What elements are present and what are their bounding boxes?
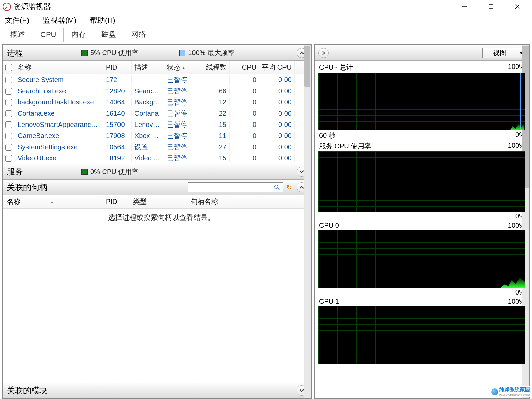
col-status[interactable]: 状态▴ [164, 61, 196, 74]
col-threads[interactable]: 线程数 [196, 61, 230, 74]
cell-name: Secure System [15, 76, 103, 84]
cell-avgcpu: 0.00 [259, 110, 295, 117]
row-checkbox[interactable] [5, 110, 12, 117]
chart-bottom-left: 60 秒 [319, 131, 335, 140]
right-pane-nav-button[interactable] [318, 48, 329, 58]
left-pane: 进程 5% CPU 使用率 100% 最大频率 名称 PID 描述 状态▴ 线程… [2, 44, 312, 399]
sort-asc-icon: ▴ [183, 65, 185, 70]
table-row[interactable]: SystemSettings.exe10564设置已暂停2700.00 [3, 141, 311, 153]
watermark-brand: 纯净系统家园 [499, 386, 530, 393]
cell-desc: Lenovo... [132, 121, 164, 129]
watermark-logo-icon [491, 388, 498, 395]
hcol-type[interactable]: 类型 [130, 197, 188, 206]
cell-pid: 10564 [103, 143, 132, 151]
cell-cpu: 0 [230, 98, 259, 106]
cell-threads: 66 [196, 87, 230, 95]
cell-name: GameBar.exe [15, 132, 103, 140]
chart-title: CPU 1 [319, 298, 339, 305]
watermark-url: www.yidaimei.com [499, 393, 530, 397]
refresh-icon[interactable]: ↻ [285, 184, 293, 191]
cell-cpu: 0 [230, 87, 259, 95]
charts-area: CPU - 总计100%60 秒0%服务 CPU 使用率100%0%CPU 01… [315, 61, 529, 366]
tab-disk[interactable]: 磁盘 [94, 27, 124, 42]
chart-title: CPU - 总计 [319, 63, 353, 72]
row-checkbox[interactable] [5, 99, 12, 106]
row-checkbox[interactable] [5, 133, 12, 139]
cell-name: SystemSettings.exe [15, 143, 103, 151]
services-title: 服务 [7, 166, 78, 177]
table-row[interactable]: Cortana.exe16140Cortana已暂停2200.00 [3, 108, 311, 119]
cell-avgcpu: 0.00 [259, 121, 295, 129]
handles-title: 关联的句柄 [7, 182, 48, 193]
cell-name: SearchHost.exe [15, 87, 103, 95]
cell-pid: 17908 [103, 132, 132, 140]
cell-desc: Cortana [132, 110, 164, 117]
left-scrollbar[interactable] [304, 45, 311, 398]
titlebar: 资源监视器 [0, 0, 532, 14]
tab-network[interactable]: 网络 [124, 27, 153, 42]
processes-cpu-usage: 5% CPU 使用率 [90, 48, 139, 57]
col-name[interactable]: 名称 [15, 61, 103, 74]
hcol-hname[interactable]: 句柄名称 [188, 197, 311, 206]
modules-title: 关联的模块 [7, 385, 78, 396]
col-pid[interactable]: PID [103, 61, 132, 74]
handles-search-input[interactable] [188, 182, 283, 192]
cpu-usage-swatch-icon [81, 50, 88, 56]
table-row[interactable]: Secure System172已暂停-00.00 [3, 74, 311, 86]
processes-header[interactable]: 进程 5% CPU 使用率 100% 最大频率 [3, 45, 311, 61]
select-all-checkbox[interactable] [5, 64, 12, 71]
table-row[interactable]: SearchHost.exe12820Search...已暂停6600.00 [3, 86, 311, 97]
col-desc[interactable]: 描述 [132, 61, 164, 74]
cell-status: 已暂停 [164, 120, 196, 129]
menu-help[interactable]: 帮助(H) [88, 14, 117, 27]
menu-file[interactable]: 文件(F) [3, 14, 31, 27]
cell-cpu: 0 [230, 132, 259, 140]
cell-pid: 15700 [103, 121, 132, 129]
svg-point-4 [275, 185, 278, 188]
services-header[interactable]: 服务 0% CPU 使用率 [3, 164, 311, 179]
minimize-button[interactable] [451, 0, 478, 14]
cell-threads: 15 [196, 121, 230, 129]
row-checkbox[interactable] [5, 144, 12, 151]
row-checkbox[interactable] [5, 121, 12, 128]
svg-line-5 [278, 188, 279, 190]
cell-status: 已暂停 [164, 154, 196, 163]
services-cpu-usage: 0% CPU 使用率 [90, 167, 139, 176]
hcol-pid[interactable]: PID [103, 198, 130, 206]
row-checkbox[interactable] [5, 155, 12, 162]
view-dropdown[interactable]: 视图 ▾ [482, 48, 526, 58]
tab-memory[interactable]: 内存 [64, 27, 94, 42]
handles-body: 选择进程或搜索句柄以查看结果。 [3, 209, 311, 383]
handles-header[interactable]: 关联的句柄 ↻ [3, 179, 311, 195]
row-checkbox[interactable] [5, 88, 12, 95]
row-checkbox[interactable] [5, 77, 12, 83]
cell-pid: 12820 [103, 87, 132, 95]
sort-asc-icon: ▴ [51, 200, 53, 204]
cell-pid: 172 [103, 76, 132, 84]
processes-title: 进程 [7, 48, 78, 58]
cell-avgcpu: 0.00 [259, 98, 295, 106]
table-row[interactable]: backgroundTaskHost.exe14064Backgr...已暂停1… [3, 97, 311, 108]
col-avgcpu[interactable]: 平均 CPU [259, 61, 295, 74]
tab-cpu[interactable]: CPU [33, 28, 64, 42]
chart-block: CPU 0100%0% [318, 222, 526, 296]
tabbar: 概述 CPU 内存 磁盘 网络 [0, 27, 532, 42]
table-row[interactable]: Video.UI.exe18192Video ...已暂停1500.00 [3, 153, 311, 164]
table-row[interactable]: LenovoSmartAppearance.exe15700Lenovo...已… [3, 119, 311, 130]
cell-status: 已暂停 [164, 87, 196, 96]
maximize-button[interactable] [478, 0, 504, 14]
cell-cpu: 0 [230, 154, 259, 162]
cell-cpu: 0 [230, 121, 259, 129]
col-cpu[interactable]: CPU [230, 61, 259, 74]
cell-desc: 设置 [132, 142, 164, 152]
modules-header[interactable]: 关联的模块 [3, 383, 311, 398]
search-icon[interactable] [273, 184, 281, 191]
menu-monitor[interactable]: 监视器(M) [41, 14, 78, 27]
close-button[interactable] [504, 0, 531, 14]
chart-block: 服务 CPU 使用率100%0% [318, 141, 526, 220]
cell-name: Cortana.exe [15, 110, 103, 117]
table-row[interactable]: GameBar.exe17908Xbox G...已暂停1100.00 [3, 130, 311, 141]
hcol-name[interactable]: 名称▴ [3, 197, 103, 206]
view-dropdown-label: 视图 [483, 48, 517, 57]
tab-overview[interactable]: 概述 [3, 27, 33, 42]
